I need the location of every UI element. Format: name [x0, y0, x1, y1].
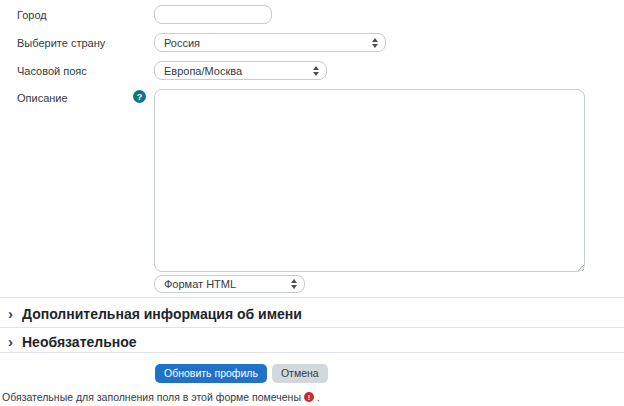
divider [0, 352, 624, 353]
required-fields-suffix: . [317, 391, 320, 403]
chevron-right-icon: › [8, 335, 13, 349]
select-arrows-icon [372, 38, 378, 48]
update-profile-button[interactable]: Обновить профиль [155, 364, 267, 383]
timezone-select-value: Европа/Москва [164, 65, 306, 77]
description-textarea[interactable] [154, 89, 585, 272]
country-label: Выберите страну [17, 37, 105, 50]
section-optional[interactable]: › Необязательное [8, 332, 137, 352]
section-title: Дополнительная информация об имени [22, 306, 302, 322]
required-icon: ! [304, 392, 314, 402]
divider [0, 297, 624, 298]
divider [0, 327, 624, 328]
section-title: Необязательное [22, 334, 137, 350]
city-input[interactable] [154, 5, 272, 24]
cancel-button[interactable]: Отмена [272, 364, 328, 383]
timezone-select[interactable]: Европа/Москва [154, 61, 327, 80]
required-fields-note: Обязательные для заполнения поля в этой … [2, 391, 320, 403]
chevron-right-icon: › [8, 307, 13, 321]
country-select-value: Россия [164, 37, 365, 49]
description-label: Описание [17, 92, 68, 105]
text-format-select-value: Формат HTML [164, 278, 284, 290]
profile-edit-form: Город Выберите страну Россия Часовой поя… [0, 0, 624, 406]
form-actions: Обновить профиль Отмена [155, 364, 328, 383]
text-format-select[interactable]: Формат HTML [154, 275, 305, 293]
section-additional-names[interactable]: › Дополнительная информация об имени [8, 304, 302, 324]
city-label: Город [17, 9, 47, 22]
select-arrows-icon [291, 279, 297, 289]
select-arrows-icon [313, 66, 319, 76]
timezone-label: Часовой пояс [17, 65, 87, 78]
help-icon[interactable]: ? [133, 90, 146, 103]
country-select[interactable]: Россия [154, 33, 386, 52]
required-fields-text: Обязательные для заполнения поля в этой … [2, 391, 301, 403]
